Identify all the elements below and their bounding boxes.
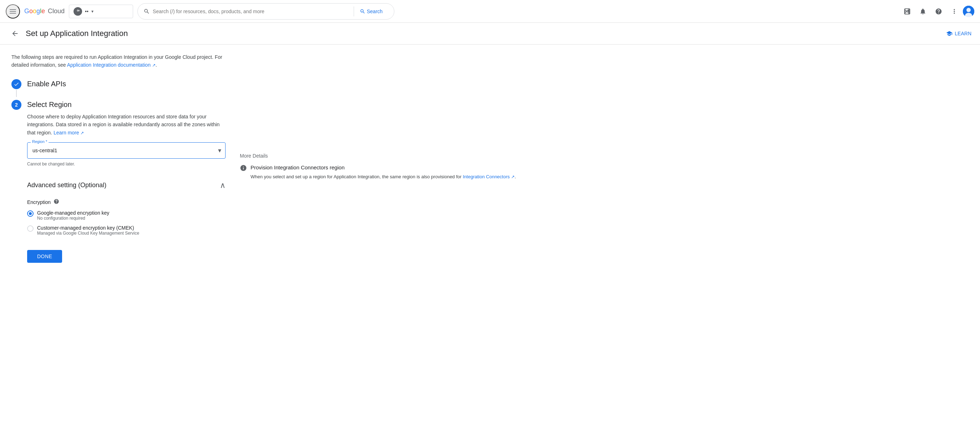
svg-rect-0 bbox=[10, 9, 16, 10]
encryption-help-icon[interactable] bbox=[54, 199, 59, 206]
svg-rect-1 bbox=[10, 11, 16, 12]
cloud-text: Cloud bbox=[48, 8, 65, 15]
step2-number-circle: 2 bbox=[11, 100, 21, 110]
search-button-icon bbox=[360, 9, 366, 14]
step2-description: Choose where to deploy Application Integ… bbox=[27, 113, 226, 136]
main-content: The following steps are required to run … bbox=[0, 44, 980, 271]
region-label: Region * bbox=[31, 139, 49, 144]
google-managed-sublabel: No configuration required bbox=[37, 216, 109, 221]
svg-point-4 bbox=[78, 10, 78, 11]
svg-point-10 bbox=[966, 8, 971, 12]
search-button-label: Search bbox=[367, 9, 383, 14]
google-cloud-logo[interactable]: Google Cloud bbox=[24, 8, 65, 15]
step1-indicator bbox=[11, 79, 21, 97]
search-input[interactable] bbox=[153, 9, 351, 14]
learn-button[interactable]: LEARN bbox=[946, 30, 971, 37]
more-details-title: More Details bbox=[240, 153, 969, 159]
project-selector[interactable]: •• ▾ bbox=[69, 5, 133, 18]
info-icon bbox=[240, 165, 247, 173]
terminal-button[interactable] bbox=[900, 4, 914, 19]
integration-connectors-link[interactable]: Integration Connectors ↗ bbox=[463, 174, 515, 179]
radio-dot bbox=[29, 212, 32, 215]
encryption-section: Encryption Google-managed encryption key… bbox=[27, 199, 226, 236]
customer-managed-option[interactable]: Customer-managed encryption key (CMEK) M… bbox=[27, 225, 226, 236]
step2-content: Choose where to deploy Application Integ… bbox=[27, 113, 226, 263]
intro-text: The following steps are required to run … bbox=[11, 53, 226, 69]
user-avatar[interactable] bbox=[963, 6, 974, 17]
search-bar-icon bbox=[143, 8, 150, 14]
customer-managed-sublabel: Managed via Google Cloud Key Management … bbox=[37, 231, 139, 236]
customer-managed-radio[interactable] bbox=[27, 225, 33, 232]
learn-more-external-icon: ↗ bbox=[80, 130, 84, 135]
step1-title: Enable APIs bbox=[27, 79, 66, 88]
help-button[interactable] bbox=[931, 4, 946, 19]
svg-rect-2 bbox=[10, 13, 16, 14]
region-note: Cannot be changed later. bbox=[27, 162, 226, 166]
more-options-button[interactable] bbox=[947, 4, 961, 19]
provision-title: Provision Integration Connectors region bbox=[251, 165, 516, 171]
page-title: Set up Application Integration bbox=[26, 29, 128, 38]
provision-description: When you select and set up a region for … bbox=[251, 173, 516, 181]
advanced-setting-title: Advanced setting (Optional) bbox=[27, 182, 107, 189]
notifications-button[interactable] bbox=[916, 4, 930, 19]
sub-header: Set up Application Integration LEARN bbox=[0, 23, 980, 44]
google-managed-text: Google-managed encryption key No configu… bbox=[37, 210, 109, 221]
region-select[interactable]: us-central1 us-east1 us-west1 europe-wes… bbox=[27, 142, 226, 159]
step1-check-circle bbox=[11, 79, 21, 89]
connectors-external-icon: ↗ bbox=[511, 174, 515, 179]
customer-managed-label: Customer-managed encryption key (CMEK) bbox=[37, 225, 139, 231]
region-select-wrapper: Region * us-central1 us-east1 us-west1 e… bbox=[27, 142, 226, 159]
learn-more-link[interactable]: Learn more ↗ bbox=[54, 130, 84, 136]
google-managed-radio[interactable] bbox=[27, 211, 33, 217]
step2-title: Select Region bbox=[27, 100, 72, 109]
back-button[interactable] bbox=[9, 27, 21, 40]
provision-content: Provision Integration Connectors region … bbox=[251, 165, 516, 181]
left-panel: The following steps are required to run … bbox=[11, 53, 226, 263]
doc-link[interactable]: Application Integration documentation ↗ bbox=[67, 62, 156, 68]
step1: Enable APIs bbox=[11, 79, 226, 97]
google-managed-option[interactable]: Google-managed encryption key No configu… bbox=[27, 210, 226, 221]
step2: 2 Select Region bbox=[11, 100, 226, 110]
collapse-icon: ∧ bbox=[220, 181, 226, 190]
project-avatar bbox=[73, 7, 82, 16]
customer-managed-text: Customer-managed encryption key (CMEK) M… bbox=[37, 225, 139, 236]
project-dropdown-chevron-icon: ▾ bbox=[91, 9, 94, 14]
learn-icon bbox=[946, 30, 953, 37]
top-navigation: Google Cloud •• ▾ Search bbox=[0, 0, 980, 23]
nav-icons bbox=[900, 4, 974, 19]
advanced-setting-header[interactable]: Advanced setting (Optional) ∧ bbox=[27, 175, 226, 196]
right-panel: More Details Provision Integration Conne… bbox=[240, 53, 969, 263]
learn-label: LEARN bbox=[955, 31, 971, 36]
hamburger-menu-button[interactable] bbox=[6, 4, 20, 19]
google-managed-label: Google-managed encryption key bbox=[37, 210, 109, 216]
step-connector bbox=[16, 90, 17, 97]
google-logo-text: Google bbox=[24, 8, 45, 15]
external-link-icon: ↗ bbox=[152, 63, 156, 68]
svg-point-6 bbox=[79, 10, 80, 11]
provision-card: Provision Integration Connectors region … bbox=[240, 165, 969, 181]
search-bar[interactable]: Search bbox=[137, 3, 395, 20]
encryption-label: Encryption bbox=[27, 199, 226, 206]
done-button[interactable]: DONE bbox=[27, 250, 62, 263]
project-name: •• bbox=[85, 9, 89, 14]
search-button[interactable]: Search bbox=[354, 6, 388, 16]
